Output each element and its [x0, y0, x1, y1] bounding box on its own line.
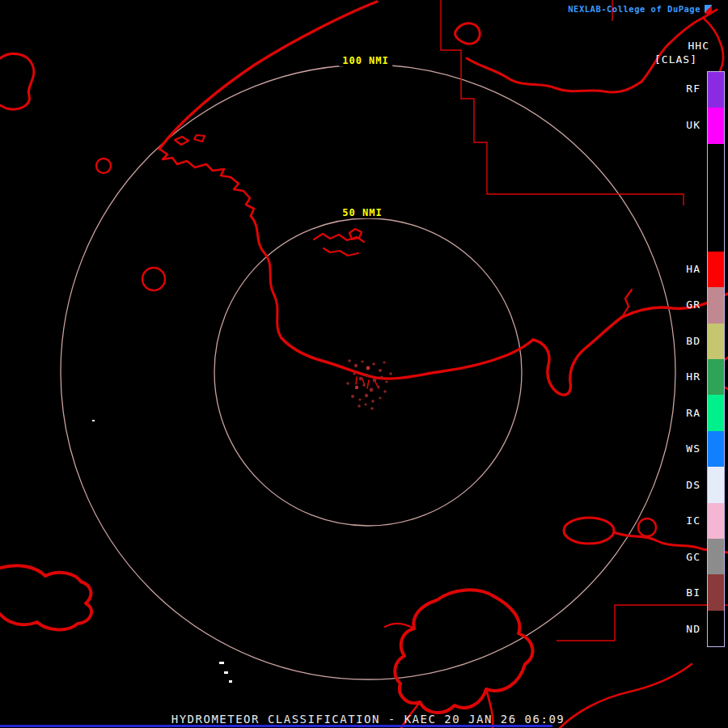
- legend-seg-ha: [708, 252, 724, 287]
- legend-seg-gc: [708, 539, 724, 574]
- legend-bar: [707, 71, 725, 647]
- island-path: [0, 53, 34, 109]
- brand: NEXLAB-College of DuPage: [568, 4, 712, 14]
- legend-seg-nd: [708, 611, 724, 646]
- legend-seg-ws: [708, 431, 724, 467]
- island-path: [564, 518, 614, 544]
- range-rings-group: [61, 65, 675, 679]
- island-chain-path: [324, 248, 358, 256]
- peninsula-path: [533, 317, 622, 395]
- small-circle-feature: [638, 518, 656, 536]
- legend-seg-bd: [708, 324, 724, 359]
- island-path: [349, 229, 362, 239]
- coastline-path: [385, 624, 414, 629]
- legend-seg-hr: [708, 359, 724, 395]
- island-path: [455, 23, 480, 44]
- bottom-blue-bar: [0, 725, 552, 727]
- coastline-path: [251, 216, 281, 338]
- map-canvas: [0, 0, 728, 728]
- footer-caption: HYDROMETEOR CLASSIFICATION - KAEC 20 JAN…: [171, 713, 565, 726]
- white-specks-group: [92, 420, 232, 683]
- island-path: [194, 135, 205, 142]
- county-boundary: [557, 605, 728, 641]
- cod-logo-icon: [705, 5, 712, 14]
- coastline-path: [281, 338, 533, 379]
- legend-seg-bi: [708, 574, 724, 610]
- coastline-path: [560, 664, 692, 728]
- radar-echoes-group: [346, 359, 392, 410]
- coastline-path: [159, 2, 377, 149]
- small-circle-feature: [96, 159, 111, 173]
- range-ring-100nmi: [61, 65, 675, 679]
- ring-label-50nmi: 50 NMI: [339, 207, 385, 218]
- legend-seg-rf: [708, 72, 724, 108]
- small-circle-feature: [142, 268, 165, 290]
- county-boundary: [441, 0, 684, 205]
- brand-text: NEXLAB-College of DuPage: [568, 4, 700, 14]
- legend-seg-uk: [708, 108, 724, 143]
- coastline-path: [0, 565, 91, 629]
- ring-label-100nmi: 100 NMI: [339, 55, 392, 66]
- legend-seg-ds: [708, 467, 724, 502]
- range-ring-50nmi: [214, 218, 522, 526]
- coastlines-group: [0, 2, 728, 728]
- product-code: HHC: [688, 40, 709, 52]
- island-path: [395, 590, 532, 713]
- product-mode: [CLAS]: [654, 53, 697, 66]
- coastline-path: [159, 149, 254, 216]
- radar-display: 100 NMI 50 NMI NEXLAB-College of DuPage …: [0, 0, 728, 728]
- coastline-path: [467, 58, 641, 92]
- legend-seg-gap: [708, 144, 724, 252]
- legend-seg-ic: [708, 503, 724, 539]
- legend-seg-gr: [708, 287, 724, 323]
- legend-seg-ra: [708, 395, 724, 430]
- island-path: [175, 137, 188, 145]
